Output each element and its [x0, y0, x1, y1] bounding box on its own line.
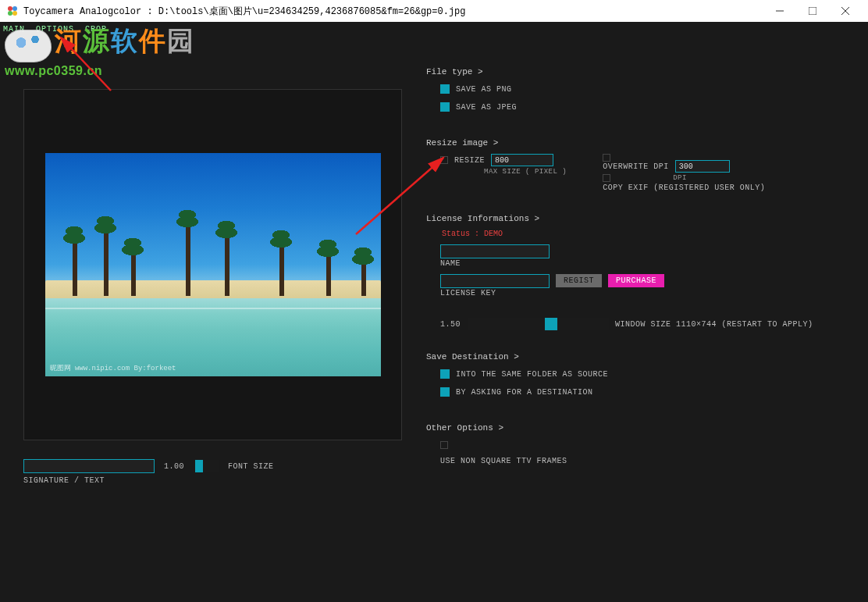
regist-button[interactable]: REGIST: [556, 274, 602, 287]
window-titlebar: Toycamera Analogcolor : D:\tools\桌面\图片\u…: [0, 0, 868, 22]
section-file-type: File type > SAVE AS PNG SAVE AS JPEG: [426, 67, 852, 116]
license-key-label: LICENSE KEY: [440, 289, 550, 297]
copy-exif-checkbox[interactable]: [603, 174, 610, 182]
file-type-title: File type >: [426, 67, 852, 77]
menu-bar: MAIN OPTIONS CROP: [0, 22, 868, 36]
save-png-label: SAVE AS PNG: [456, 85, 512, 94]
menu-crop[interactable]: CROP: [85, 25, 107, 34]
dpi-input[interactable]: [675, 160, 730, 173]
font-size-slider[interactable]: [195, 460, 219, 472]
dpi-hint: DPI: [673, 174, 687, 182]
license-name-input[interactable]: [440, 244, 550, 258]
signature-input[interactable]: [23, 459, 155, 473]
ask-dest-checkbox[interactable]: [440, 387, 450, 397]
save-jpeg-label: SAVE AS JPEG: [456, 103, 517, 112]
save-png-checkbox[interactable]: [440, 84, 450, 94]
license-name-label: NAME: [440, 259, 852, 268]
svg-point-2: [8, 11, 12, 16]
license-key-input[interactable]: [440, 274, 550, 288]
window-size-value: 1.50: [440, 320, 462, 329]
image-preview: 昵图网 www.nipic.com By:forkeet: [45, 153, 381, 376]
max-size-input[interactable]: [491, 154, 553, 166]
section-resize: Resize image > RESIZE MAX SIZE ( PIXEL ): [426, 138, 852, 192]
non-square-ttv-label: USE NON SQUARE TTV FRAMES: [440, 457, 852, 465]
minimize-button[interactable]: [763, 0, 796, 22]
resize-label: RESIZE: [454, 156, 485, 165]
menu-options[interactable]: OPTIONS: [36, 25, 74, 34]
purchase-button[interactable]: PURCHASE: [608, 274, 664, 287]
svg-rect-5: [809, 7, 816, 15]
section-save-destination: Save Destination > INTO THE SAME FOLDER …: [426, 352, 852, 401]
license-status: Status : DEMO: [442, 230, 852, 238]
menu-main[interactable]: MAIN: [3, 25, 25, 34]
ask-dest-label: BY ASKING FOR A DESTINATION: [456, 388, 593, 397]
window-title: Toycamera Analogcolor : D:\tools\桌面\图片\u…: [23, 5, 763, 18]
section-license: License Informations > Status : DEMO NAM…: [426, 214, 852, 330]
copy-exif-label: COPY EXIF (REGISTERED USER ONLY): [603, 183, 765, 192]
resize-title: Resize image >: [426, 138, 852, 148]
window-size-slider[interactable]: [468, 318, 609, 330]
svg-point-0: [8, 6, 12, 11]
svg-point-1: [12, 6, 17, 11]
license-title: License Informations >: [426, 214, 852, 223]
image-preview-frame: 昵图网 www.nipic.com By:forkeet: [23, 89, 402, 440]
app-icon: [6, 5, 19, 17]
same-folder-checkbox[interactable]: [440, 369, 450, 379]
font-size-label: FONT SIZE: [228, 462, 274, 471]
svg-point-3: [12, 11, 17, 16]
close-button[interactable]: [829, 0, 862, 22]
section-other-options: Other Options > USE NON SQUARE TTV FRAME…: [426, 423, 852, 465]
resize-checkbox[interactable]: [440, 156, 448, 164]
font-size-value: 1.00: [164, 462, 186, 471]
image-credit: 昵图网 www.nipic.com By:forkeet: [50, 363, 176, 373]
other-title: Other Options >: [426, 423, 852, 433]
signature-label: SIGNATURE / TEXT: [23, 476, 414, 485]
max-size-hint: MAX SIZE ( PIXEL ): [484, 168, 567, 176]
overwrite-dpi-label: OVERWRITE DPI: [603, 162, 669, 171]
overwrite-dpi-checkbox[interactable]: [603, 154, 610, 162]
same-folder-label: INTO THE SAME FOLDER AS SOURCE: [456, 370, 608, 379]
window-size-label: WINDOW SIZE 1110×744 (RESTART TO APPLY): [615, 320, 813, 329]
save-jpeg-checkbox[interactable]: [440, 102, 450, 112]
save-dest-title: Save Destination >: [426, 352, 852, 362]
maximize-button[interactable]: [796, 0, 829, 22]
non-square-ttv-checkbox[interactable]: [440, 441, 448, 449]
